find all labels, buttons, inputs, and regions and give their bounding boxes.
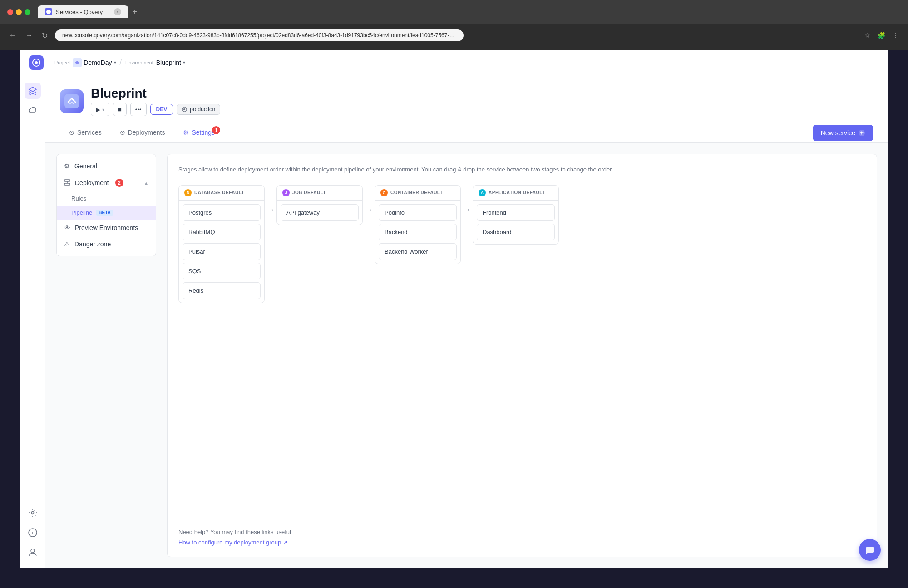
svg-point-2 [35,61,38,64]
play-chevron-icon: ▾ [102,107,104,112]
gear-icon: ⚙ [64,162,70,170]
sidebar-item-avatar[interactable] [25,544,41,561]
prod-badge[interactable]: production [177,104,220,115]
stage-arrow-2: → [365,205,373,215]
sidebar-item-settings[interactable] [25,505,41,521]
browser-toolbar: ☆ 🧩 ⋮ [863,30,901,41]
service-rabbitmq[interactable]: RabbitMQ [183,224,261,240]
main-layout: Blueprint ▶ ▾ ■ ••• [20,75,888,568]
content-area: Blueprint ▶ ▾ ■ ••• [45,75,888,568]
service-backend-worker[interactable]: Backend Worker [379,243,457,260]
stage-job-default: J JOB DEFAULT API gateway [276,185,363,225]
tab-settings-badge: 1 [212,126,220,134]
env-name-heading: Blueprint [91,86,220,101]
service-postgres[interactable]: Postgres [183,204,261,221]
service-redis[interactable]: Redis [183,282,261,299]
left-sidebar [20,75,45,568]
tab-services[interactable]: ⊙ Services [60,123,111,142]
sidebar-item-cloud[interactable] [25,103,41,119]
new-tab-button[interactable]: + [128,5,141,19]
env-label: Environment [125,60,153,65]
settings-rules-label: Rules [71,195,86,202]
extensions-icon[interactable]: 🧩 [876,30,887,41]
stage-job-header: J JOB DEFAULT [277,186,362,201]
service-pulsar[interactable]: Pulsar [183,243,261,260]
sidebar-item-layers[interactable] [25,83,41,99]
env-title-row: Blueprint ▶ ▾ ■ ••• [60,86,873,116]
help-link[interactable]: How to configure my deployment group ↗ [178,539,866,546]
forward-button[interactable]: → [24,29,35,41]
project-label: Project [54,60,70,65]
service-backend[interactable]: Backend [379,224,457,240]
tab-deployments[interactable]: ⊙ Deployments [111,123,174,142]
settings-item-preview[interactable]: 👁 Preview Environments [57,220,156,236]
dev-badge[interactable]: DEV [150,104,173,115]
stage-arrow-3: → [463,205,471,215]
app-container: Project DemoDay ▾ / Environment Blueprin… [20,50,888,568]
maximize-button[interactable] [25,9,30,15]
tab-services-label: Services [77,129,102,136]
help-section: Need help? You may find these links usef… [178,521,866,546]
settings-item-general[interactable]: ⚙ General [57,158,156,174]
settings-deployment-label: Deployment [75,179,109,186]
minimize-button[interactable] [16,9,22,15]
service-dashboard[interactable]: Dashboard [477,224,555,240]
menu-icon[interactable]: ⋮ [891,30,901,41]
tabs-row: ⊙ Services ⊙ Deployments ⚙ Settings 1 Ne… [60,123,873,142]
settings-sub-item-pipeline[interactable]: Pipeline BETA [57,206,156,220]
settings-danger-label: Danger zone [74,240,111,248]
more-button[interactable]: ••• [130,103,147,116]
chat-bubble[interactable] [859,539,881,561]
service-sqs[interactable]: SQS [183,263,261,279]
tab-close-button[interactable]: × [114,8,121,15]
deployment-icon [64,179,70,187]
service-frontend[interactable]: Frontend [477,204,555,221]
svg-rect-7 [64,94,79,108]
beta-badge: BETA [96,210,113,216]
qovery-logo [29,55,44,70]
stage-application-dot: A [479,189,486,196]
stop-icon: ■ [118,106,122,113]
top-nav: Project DemoDay ▾ / Environment Blueprin… [20,50,888,75]
env-controls: ▶ ▾ ■ ••• DEV p [91,103,220,116]
eye-icon: 👁 [64,224,70,231]
address-bar[interactable]: new.console.qovery.com/organization/141c… [55,29,464,41]
tab-deployments-icon: ⊙ [120,129,125,136]
stop-button[interactable]: ■ [113,103,127,116]
settings-sub-item-rules[interactable]: Rules [57,191,156,206]
stage-application-header: A APPLICATION DEFAULT [473,186,558,201]
tab-title: Services - Qovery [56,9,103,15]
deployment-badge: 2 [115,179,123,187]
active-tab[interactable]: Services - Qovery × [38,5,128,18]
bookmark-icon[interactable]: ☆ [863,30,872,41]
pipeline-content: Stages allow to define deployment order … [167,154,877,557]
service-api-gateway[interactable]: API gateway [281,204,359,221]
tab-settings[interactable]: ⚙ Settings 1 [174,123,224,142]
settings-item-deployment[interactable]: Deployment 2 ▲ [57,174,156,191]
main-content: ⚙ General Deployment 2 ▲ Rules [45,143,888,568]
refresh-button[interactable]: ↻ [40,29,49,42]
stage-job-services: API gateway [277,201,362,225]
play-button[interactable]: ▶ ▾ [91,103,109,116]
sidebar-item-info[interactable] [25,524,41,541]
plus-icon [858,129,865,137]
new-service-label: New service [821,129,855,137]
back-button[interactable]: ← [7,29,18,41]
stage-application-services: Frontend Dashboard [473,201,558,244]
env-icon [60,89,84,113]
service-podinfo[interactable]: Podinfo [379,204,457,221]
env-selector[interactable]: Blueprint ▾ [156,59,185,66]
help-text: Need help? You may find these links usef… [178,529,866,535]
stage-database-title: DATABASE DEFAULT [194,190,244,195]
warning-icon: ⚠ [64,240,70,248]
project-selector[interactable]: DemoDay ▾ [73,58,116,67]
close-button[interactable] [7,9,13,15]
stages-container: D DATABASE DEFAULT Postgres RabbitMQ Pul… [178,185,866,510]
traffic-lights [7,9,30,15]
tab-services-icon: ⊙ [69,129,74,136]
svg-point-9 [183,108,185,110]
new-service-button[interactable]: New service [813,125,873,141]
svg-point-6 [31,549,35,553]
stage-container-dot: C [380,189,388,196]
settings-item-danger[interactable]: ⚠ Danger zone [57,236,156,252]
